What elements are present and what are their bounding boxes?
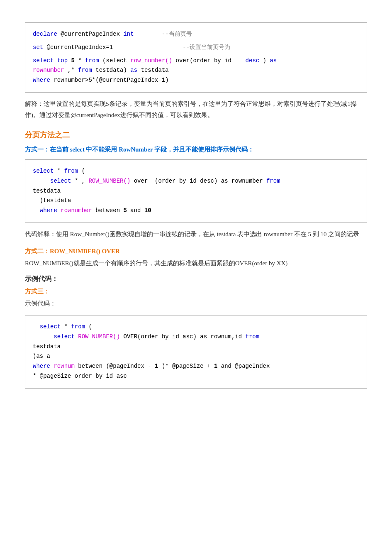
code2-line2: select * , ROW_NUMBER() over (order by i… — [33, 176, 359, 186]
kw-where-2: where — [40, 207, 57, 214]
kw-select-3: select — [50, 178, 71, 184]
code-line-2: set @currentPageIndex=1 --设置当前页号为 — [33, 43, 359, 53]
num-1: 1 — [155, 363, 158, 369]
kw-from-5: from — [71, 323, 85, 330]
kw-top: top — [57, 57, 68, 64]
code3-line3: testdata — [33, 342, 359, 352]
comment-2: --设置当前页号为 — [183, 44, 230, 51]
method2-heading: 方式二：ROW_NUMBER() OVER — [25, 247, 367, 255]
kw-select-4: select — [40, 323, 61, 330]
code-block-2: select * from ( select * , ROW_NUMBER() … — [25, 159, 367, 223]
kw-from-3: from — [64, 168, 78, 174]
method3-heading: 方式三： — [25, 288, 367, 296]
kw-declare: declare — [33, 31, 57, 37]
func-rownumber-2: ROW_NUMBER() — [88, 178, 130, 184]
num-5-2: 5 — [123, 207, 127, 214]
code3-line4: )as a — [33, 352, 359, 362]
code2-line3: testdata — [33, 186, 359, 196]
method1-heading: 方式一：在当前 select 中不能采用 RowNumber 字段，并且不能使用… — [25, 146, 367, 154]
code-block-1: declare @currentPageIndex int --当前页号 set… — [25, 22, 367, 93]
comment-1: --当前页号 — [162, 31, 192, 37]
kw-select-2: select — [33, 168, 54, 174]
kw-int: int — [123, 31, 134, 37]
kw-where-1: where — [33, 77, 50, 83]
kw-from-2: from — [78, 67, 92, 73]
code3-line1: select * from ( — [33, 322, 359, 332]
kw-from-1: from — [85, 57, 99, 64]
code-line-5: where rownumber>5*(@currentPageIndex-1) — [33, 76, 359, 86]
example-heading: 示例代码： — [25, 275, 367, 284]
code3-line2: select ROW_NUMBER() OVER(order by id asc… — [33, 332, 359, 342]
func-rownumber: row_number() — [130, 57, 172, 64]
code2-line5: where rownumber between 5 and 10 — [33, 206, 359, 216]
num-1-2: 1 — [214, 363, 217, 369]
code2-line4: )testdata — [33, 196, 359, 206]
code-block-3: select * from ( select ROW_NUMBER() OVER… — [25, 315, 367, 389]
kw-from-6: from — [246, 333, 260, 340]
kw-where-3: where — [33, 363, 50, 369]
method2-text: ROW_NUMBER()就是生成一个有顺序的行号，其生成的标准就是后面紧跟的OV… — [25, 258, 367, 269]
kw-set: set — [33, 44, 43, 51]
section2-heading: 分页方法之二 — [25, 130, 367, 140]
func-rownumber-3: ROW_NUMBER() — [78, 333, 120, 340]
code-line-1: declare @currentPageIndex int --当前页号 — [33, 29, 359, 39]
code-line-3: select top 5 * from (select row_number()… — [33, 56, 359, 66]
num-5: 5 — [71, 57, 74, 64]
kw-select-1: select — [33, 57, 54, 64]
kw-as-2: as — [130, 67, 137, 73]
code2-line1: select * from ( — [33, 166, 359, 176]
rownumber-label-2: rownumber — [61, 207, 92, 214]
explain-2: 代码解释：使用 Row_Number()函数实现自增的一串连续的记录，在从 te… — [25, 229, 367, 240]
kw-as-1: as — [270, 57, 277, 64]
kw-select-5: select — [54, 333, 74, 340]
code3-line6: * @pageSize order by id asc — [33, 372, 359, 381]
explain-1: 解释：这里设置的是每页实现5条记录，变量为当前页的索引号，在这里为了符合正常思维… — [25, 98, 367, 121]
rownum-label: rownum — [54, 363, 74, 369]
kw-from-4: from — [266, 178, 280, 184]
example2-heading: 示例代码： — [25, 298, 367, 309]
code3-line5: where rownum between (@pageIndex - 1 )* … — [33, 362, 359, 372]
code-line-4: rownumber ,* from testdata) as testdata — [33, 66, 359, 76]
num-10: 10 — [144, 207, 151, 214]
kw-desc-1: desc — [246, 57, 260, 64]
rownumber-label-1: rownumber — [33, 67, 64, 73]
